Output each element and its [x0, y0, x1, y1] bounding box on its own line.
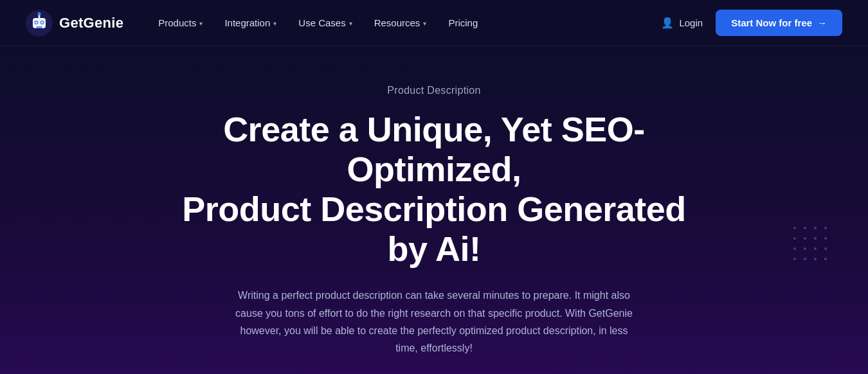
chevron-down-icon: ▾ — [199, 20, 203, 27]
svg-point-4 — [35, 21, 37, 23]
nav-item-resources[interactable]: Resources ▾ — [365, 12, 436, 33]
svg-point-5 — [41, 21, 43, 23]
nav-links: Products ▾ Integration ▾ Use Cases ▾ Res… — [149, 12, 661, 33]
dots-decoration — [793, 227, 829, 263]
navbar: GetGenie Products ▾ Integration ▾ Use Ca… — [0, 0, 868, 46]
hero-description: Writing a perfect product description ca… — [235, 287, 633, 357]
hero-title: Create a Unique, Yet SEO-Optimized, Prod… — [170, 109, 698, 269]
start-now-button[interactable]: Start Now for free → — [716, 10, 842, 36]
chevron-down-icon: ▾ — [423, 20, 426, 27]
logo-link[interactable]: GetGenie — [26, 10, 123, 37]
svg-point-7 — [38, 12, 41, 15]
nav-right: 👤 Login Start Now for free → — [661, 10, 842, 36]
user-icon: 👤 — [661, 17, 674, 29]
nav-item-use-cases[interactable]: Use Cases ▾ — [289, 12, 361, 33]
nav-item-integration[interactable]: Integration ▾ — [215, 12, 285, 33]
product-label: Product Description — [387, 85, 480, 96]
svg-rect-8 — [36, 26, 42, 28]
nav-item-products[interactable]: Products ▾ — [149, 12, 212, 33]
login-button[interactable]: 👤 Login — [661, 17, 703, 29]
chevron-down-icon: ▾ — [273, 20, 276, 27]
hero-section: Product Description Create a Unique, Yet… — [0, 46, 868, 374]
arrow-right-icon: → — [817, 17, 827, 28]
logo-icon — [26, 10, 53, 37]
nav-item-pricing[interactable]: Pricing — [439, 12, 487, 33]
chevron-down-icon: ▾ — [349, 20, 352, 27]
logo-text: GetGenie — [59, 15, 123, 31]
